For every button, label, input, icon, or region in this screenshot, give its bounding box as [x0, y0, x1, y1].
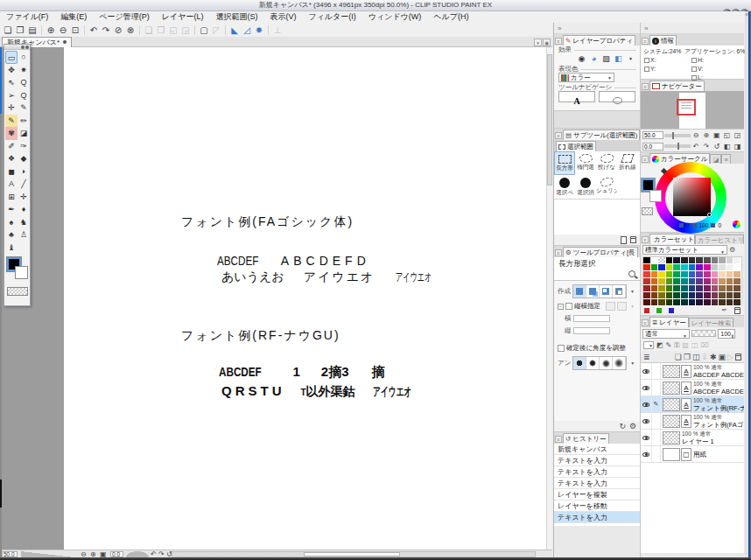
line-tool[interactable]: ╱ — [18, 178, 30, 191]
lock-all-icon[interactable]: ▧ — [682, 341, 689, 349]
color-swatch[interactable] — [658, 264, 666, 271]
nav-zoom-value[interactable]: 50.0 — [642, 131, 663, 139]
color-swatch[interactable] — [666, 292, 674, 299]
tab-color-set[interactable]: カラーセット — [649, 234, 695, 244]
tab-layer-property[interactable]: ✎レイヤープロパティ — [563, 35, 635, 46]
tab-layers[interactable]: ≣レイヤー — [649, 317, 689, 327]
canvas-option-icon[interactable]: ▾ — [534, 38, 542, 46]
zoom-out-icon[interactable]: ⊖ — [57, 24, 69, 36]
color-swatch[interactable] — [651, 278, 659, 285]
history-item[interactable]: テキストを入力 — [554, 512, 640, 523]
aa-weak-icon[interactable] — [586, 357, 600, 369]
grab-tool[interactable]: ♝ — [5, 242, 18, 255]
aa-dropdown-icon[interactable]: ▼ — [630, 360, 635, 366]
color-swatch[interactable] — [704, 257, 712, 264]
layer-row[interactable]: A100 % 通常ABCDEF ABCDE — [641, 363, 744, 380]
fill-tool[interactable]: ◆ — [18, 152, 30, 165]
color-swatch[interactable] — [696, 285, 704, 292]
history-item[interactable]: テキストを入力 — [554, 478, 640, 489]
mask-icon[interactable]: ▣ — [719, 353, 726, 361]
transparent-color-swatch[interactable] — [7, 287, 28, 296]
nav-zoom-slider[interactable] — [664, 134, 691, 137]
blend-tool[interactable]: ❖ — [5, 152, 18, 165]
color-swatch[interactable] — [696, 257, 704, 264]
color-swatch[interactable] — [704, 285, 712, 292]
quick-swatch-green[interactable] — [656, 308, 662, 313]
deselect-icon[interactable]: ◸ — [210, 24, 222, 36]
save-icon[interactable]: ▤ — [26, 24, 39, 36]
subtool-ellipse[interactable]: 楕円選 — [575, 151, 596, 175]
quick-swatch-red[interactable] — [644, 308, 649, 313]
visibility-icon[interactable] — [642, 419, 649, 424]
panel-menu-icon[interactable]: ≡ — [555, 249, 562, 256]
panel-menu-icon[interactable]: ≡ — [555, 132, 562, 139]
color-swatch[interactable] — [733, 278, 741, 285]
color-swatch[interactable] — [726, 257, 734, 264]
canvas-hscrollbar[interactable] — [172, 551, 536, 557]
nav-fit-icon[interactable]: ◱ — [722, 130, 732, 140]
tab-color-circle[interactable]: カラーサークル — [649, 153, 710, 164]
color-swatch[interactable] — [689, 257, 697, 264]
color-swatch[interactable] — [651, 285, 659, 292]
rotation-value[interactable]: 0.0 — [110, 551, 123, 557]
flow-tool[interactable]: ♣ — [5, 228, 18, 242]
delete-layer-icon[interactable] — [735, 354, 741, 360]
color-swatch[interactable] — [733, 271, 741, 278]
color-swatch[interactable] — [712, 264, 719, 271]
zoom-slider[interactable] — [21, 551, 75, 557]
cut-icon[interactable]: ❑ — [143, 24, 155, 36]
apply-icon[interactable]: ▷ — [727, 353, 733, 361]
color-swatch[interactable] — [726, 292, 734, 299]
color-swatch[interactable] — [689, 264, 697, 271]
color-swatch[interactable] — [726, 278, 734, 285]
panel-menu-icon[interactable]: ≡ — [642, 38, 649, 45]
color-swatch[interactable] — [696, 278, 704, 285]
color-swatch[interactable] — [704, 264, 712, 271]
decoration-tool[interactable]: ✑ — [18, 140, 30, 153]
color-swatch[interactable] — [658, 278, 666, 285]
lock-pen-icon[interactable]: ✎ — [666, 341, 672, 349]
color-swatch[interactable] — [712, 271, 719, 278]
new-subtool-icon[interactable] — [621, 236, 627, 244]
color-swatch[interactable] — [681, 257, 689, 264]
color-swatch[interactable] — [689, 292, 697, 299]
nav-flip-v-icon[interactable]: ◨ — [733, 142, 742, 151]
color-swatch[interactable] — [658, 285, 666, 292]
eraser-tool[interactable]: ◪ — [18, 127, 30, 140]
subtool-poly[interactable]: 折れ線 — [617, 151, 638, 175]
color-swatch[interactable] — [673, 278, 681, 285]
color-swatch[interactable] — [704, 299, 712, 306]
color-swatch[interactable] — [681, 271, 689, 278]
color-swatch[interactable] — [673, 271, 681, 278]
subtool-lasso[interactable]: 投げな — [596, 151, 617, 175]
liquify-tool[interactable]: ♦ — [18, 203, 30, 216]
history-item[interactable]: レイヤーを移動 — [554, 500, 640, 512]
collapse-icon[interactable]: − — [558, 304, 564, 310]
color-swatch[interactable] — [712, 299, 719, 306]
lasso-tool[interactable]: ○ — [18, 51, 30, 64]
menu-item-1[interactable]: 編集(E) — [54, 11, 93, 23]
duplicate-layer-icon[interactable]: ◫ — [692, 353, 700, 361]
vscroll-thumb[interactable] — [547, 54, 552, 186]
nav-rotation-value[interactable]: 0.0 — [642, 143, 663, 150]
lock-layer-icon[interactable]: ⚿ — [674, 341, 679, 350]
transfer-icon[interactable]: ⇩ — [701, 353, 708, 361]
visibility-icon[interactable] — [642, 452, 649, 457]
new-layer-icon[interactable]: ❏ — [675, 353, 682, 361]
color-swatch[interactable] — [689, 285, 697, 292]
merge-icon[interactable]: ✱ — [710, 353, 717, 361]
tab-info[interactable]: i情報 — [649, 35, 677, 46]
navigator-view-rect[interactable] — [677, 99, 696, 116]
color-swatch[interactable] — [689, 299, 697, 306]
color-swatch[interactable] — [689, 278, 697, 285]
canvas-option2-icon[interactable]: ▣ — [543, 38, 551, 46]
color-swatch[interactable] — [696, 292, 704, 299]
color-swatch[interactable] — [719, 285, 726, 292]
opacity-value[interactable]: 100 — [718, 329, 735, 339]
move-canvas-tool[interactable]: ➢ — [5, 89, 18, 102]
color-swatch[interactable] — [651, 299, 659, 306]
menu-item-6[interactable]: フィルター(I) — [302, 11, 361, 23]
snap-guide-icon[interactable]: ✸ — [253, 24, 265, 36]
color-swatch[interactable] — [658, 257, 666, 264]
angle-checkbox[interactable] — [558, 345, 565, 352]
